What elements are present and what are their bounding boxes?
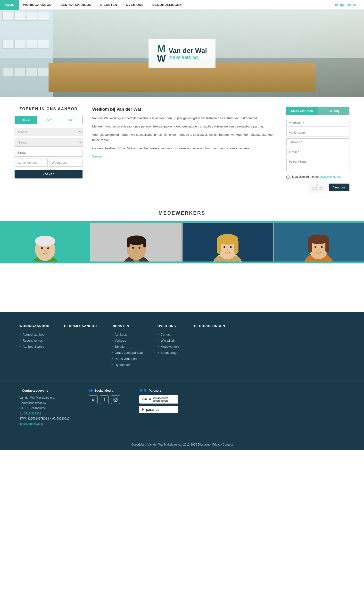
recent-verkocht-link[interactable]: Recent verkocht [19,339,50,342]
nav-item-bedrijfsaanbod[interactable]: BEDRIJFSAANBOD [56,0,96,10]
nav-item-beoordelingen[interactable]: BEOORDELINGEN [148,0,186,10]
svg-point-43 [116,398,117,399]
partner-logo-1[interactable]: NVM ♛ vastgoedsert gecertificeerd [139,395,178,404]
footer-contact-title: ‹ Contactgegevens [19,389,69,392]
footer-overons-1: Contact [157,333,180,336]
partner-logo-2[interactable]: R pararius [139,406,178,413]
footer-col3-title: DIENSTEN [111,324,143,328]
area-select[interactable]: Woon.opp. [50,159,83,167]
hero-logo-box: M W Van der Wal makelaars og [148,39,216,68]
medewerkers-link[interactable]: Medewerkers [157,345,180,348]
search-title: ZOEKEN IN ONS AANBOD [15,107,83,111]
svg-point-30 [227,249,228,251]
taxatie-link[interactable]: Taxatie [111,345,143,348]
nav-item-home[interactable]: HOME [0,0,19,10]
actueel-aanbod-link[interactable]: Actueel aanbod [19,333,50,336]
welcome-title: Welkom bij Van der Wal [92,107,277,112]
search-tab-rent[interactable]: Huur [60,116,83,124]
medewerker-4-photo [273,223,364,262]
nav-item-overons[interactable]: OVER ONS [121,0,148,10]
medewerker-2-photo [91,223,182,262]
facebook-icon[interactable]: f [100,395,109,404]
welcome-p3: Voor elk vakgebied hebben we specialisme… [92,132,277,143]
search-button[interactable]: Zoeken [15,170,83,178]
youtube-icon[interactable]: ▶ [89,395,97,404]
verkoop-link[interactable]: Verkoop [111,339,143,342]
nav-item-diensten[interactable]: DIENSTEN [96,0,121,10]
gratis-zoekopdracht-link[interactable]: Gratis zoekopdracht [111,351,143,354]
footer-diensten-5: Direct verkopen [111,357,143,361]
footer-col4-title: OVER ONS [157,324,180,328]
search-tab-buy[interactable]: Koop [37,116,60,124]
welcome-p1: Van der Wal woning- en bedrijfsmakelaars… [92,115,277,121]
nav-item-woningaanbod[interactable]: WONINGAANBOD [19,0,56,10]
svg-point-19 [135,250,137,251]
place-select[interactable]: Plaats [15,128,83,136]
welcome-link[interactable]: Welkom! [92,155,104,158]
privacy-link[interactable]: privacyverklaring [319,175,341,178]
search-tab-both[interactable]: Beide [15,116,37,124]
form-tab-call[interactable]: Bel mij [318,107,349,115]
svg-point-40 [318,249,319,251]
street-select[interactable]: Straat [15,138,83,147]
medewerker-2[interactable] [91,223,182,262]
aanbod-spanje-link[interactable]: Aanbod Spanje [19,345,50,348]
footer-col-beoordelingen: BEOORDELINGEN [194,324,225,369]
footer-diensten-1: Aankoop [111,333,143,336]
footer-col3-list: Aankoop Verkoop Taxatie Gratis zoekopdra… [111,333,143,367]
svg-rect-16 [143,240,146,248]
remarks-textarea[interactable] [286,158,349,172]
direct-verkopen-link[interactable]: Direct verkopen [111,357,143,361]
recaptcha-box[interactable]: ☑ reCAPTCHA Privacy - Terms [308,181,327,193]
sponsoring-link[interactable]: Sponsoring [157,351,180,354]
pararius-icon: R [142,407,145,412]
hero-logo-text: Van der Wal makelaars og [169,47,207,60]
nav-items: HOME WONINGAANBOD BEDRIJFSAANBOD DIENSTE… [0,0,331,10]
content-spacer [0,264,364,312]
search-field-row: Aantal kamers Woon.opp. [15,159,83,167]
hypotheken-link[interactable]: Hypotheken [111,363,143,367]
footer-overons-3: Medewerkers [157,345,180,348]
form-tab-appointment[interactable]: Maak afspraak [286,107,318,115]
footer-bottom-section: ‹ Contactgegevens Van der Wal Makelaars … [0,381,364,439]
medewerkers-title: MEDEWERKERS [0,210,364,216]
rooms-select[interactable]: Aantal kamers [15,159,48,167]
contact-link[interactable]: Contact [157,333,180,336]
footer-contact-col: ‹ Contactgegevens Van der Wal Makelaars … [19,389,69,427]
firstname-input[interactable] [286,119,349,127]
footer-col2-title: BEDRIJFSAANBOD [64,324,97,328]
nav-login[interactable]: → Inloggen move.nl [331,3,364,7]
nvm-badge: NVM [142,398,147,401]
footer-email-link[interactable]: info@vanderwal.nl [19,422,43,426]
hero-logo-icon: M W [157,44,166,63]
svg-rect-41 [114,398,117,402]
medewerkers-section: MEDEWERKERS [0,203,364,264]
left-chevron-icon: ‹ [19,389,20,392]
form-submit-row: ☑ reCAPTCHA Privacy - Terms Verstuur [286,181,349,193]
medewerker-1[interactable] [0,223,91,262]
svg-point-8 [44,250,46,252]
medewerker-4[interactable] [273,223,364,262]
street-input[interactable] [15,149,83,157]
footer-col1-title: WONINGAANBOD [19,324,50,328]
svg-point-6 [41,247,43,249]
submit-button[interactable]: Verstuur [329,184,349,191]
welcome-p4: Gamerschestraat 14: te Zaltbommel, het j… [92,146,277,151]
footer-diensten-4: Gratis zoekopdracht [111,351,143,354]
svg-rect-15 [127,240,130,248]
privacy-checkbox[interactable] [286,176,289,179]
email-input[interactable] [286,148,349,156]
phone-input[interactable] [286,138,349,146]
footer-diensten-3: Taxatie [111,345,143,348]
footer-contact-details: Van der Wal Makelaars o.g. Gamerschestra… [19,395,69,427]
welcome-link-para: Welkom! [92,154,277,159]
instagram-icon[interactable] [111,395,120,404]
aankoop-link[interactable]: Aankoop [111,333,143,336]
search-box: ZOEKEN IN ONS AANBOD Beide Koop Huur Pla… [15,107,83,193]
medewerker-3[interactable] [182,223,273,262]
footer-phone-link[interactable]: 0418-513392 [24,412,41,415]
footer-main: WONINGAANBOD Actueel aanbod Recent verko… [0,312,364,381]
footer-col-diensten: DIENSTEN Aankoop Verkoop Taxatie Gratis … [111,324,143,369]
lastname-input[interactable] [286,129,349,136]
wie-wij-zijn-link[interactable]: Wie wij zijn [157,339,180,342]
